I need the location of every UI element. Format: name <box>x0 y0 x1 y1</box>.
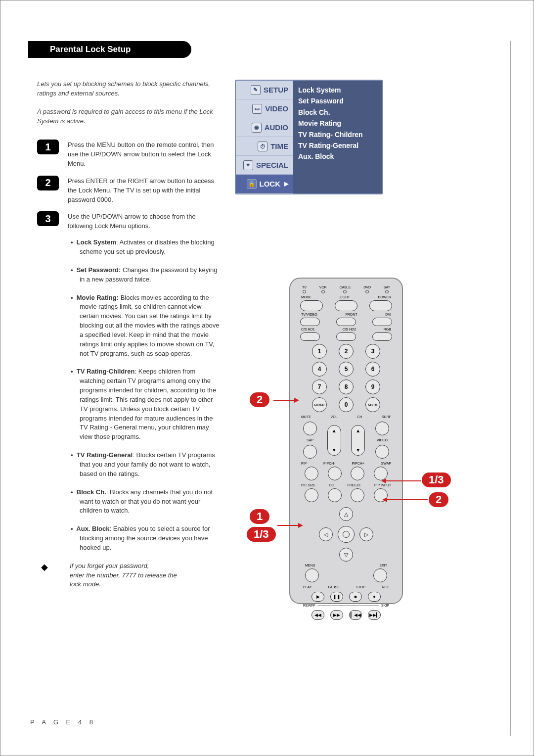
number-pad: 1 2 3 4 5 6 7 8 9 ENTER 0 CH/TM <box>300 344 392 412</box>
step-2: 2 Press ENTER or the RIGHT arrow button … <box>37 176 220 205</box>
step-badge: 3 <box>37 211 59 226</box>
pipch-minus-button[interactable] <box>328 467 342 480</box>
clock-icon: ⏱ <box>258 142 267 151</box>
screen-icon: ▭ <box>252 104 262 114</box>
dpad-down[interactable]: ▽ <box>339 548 353 562</box>
cc-button[interactable] <box>328 488 342 502</box>
arrow-icon <box>382 480 421 481</box>
mode-button[interactable] <box>300 300 323 311</box>
section-header: Parental Lock Setup <box>28 41 191 58</box>
step-3: 3 Use the UP/DOWN arrow to choose from t… <box>37 211 220 231</box>
num-5[interactable]: 5 <box>339 362 354 377</box>
osd-tab-setup[interactable]: ✎SETUP <box>236 81 293 99</box>
step-text: Press the MENU button on the remote cont… <box>68 140 220 169</box>
osd-menu: ✎SETUP ▭VIDEO ◉AUDIO ⏱TIME ✦SPECIAL 🔒LOC… <box>235 80 383 194</box>
osd-opt[interactable]: TV Rating- Children <box>298 129 377 140</box>
menu-button[interactable] <box>305 568 319 582</box>
play-button[interactable]: ▶ <box>312 592 324 602</box>
num-3[interactable]: 3 <box>365 344 380 359</box>
rgb-button[interactable] <box>372 332 392 341</box>
osd-opt[interactable]: TV Rating-General <box>298 140 377 151</box>
led-icon <box>303 290 306 293</box>
num-2[interactable]: 2 <box>339 344 354 359</box>
cshd1-button[interactable] <box>300 332 320 341</box>
pip-button[interactable] <box>305 467 318 480</box>
step-text: Press ENTER or the RIGHT arrow button to… <box>68 176 220 205</box>
osd-options: Lock System Set Password Block Ch. Movie… <box>293 81 382 193</box>
arrow-icon <box>383 499 428 500</box>
callout-1: 1 <box>250 509 269 524</box>
osd-tab-time[interactable]: ⏱TIME <box>236 137 293 156</box>
section-title: Parental Lock Setup <box>50 45 131 54</box>
ff-button[interactable]: ▶▶ <box>330 610 343 620</box>
pipch-plus-button[interactable] <box>351 467 364 480</box>
num-4[interactable]: 4 <box>312 362 327 377</box>
dpad-up[interactable]: △ <box>339 507 353 521</box>
osd-opt[interactable]: Aux. Block <box>298 151 377 162</box>
rew-button[interactable]: ◀◀ <box>312 610 324 620</box>
video-button[interactable] <box>375 445 389 459</box>
note-text: If you forget your password, enter the n… <box>70 562 177 590</box>
intro-p2: A password is required to gain access to… <box>37 107 220 126</box>
page-number: P A G E 4 8 <box>30 718 96 726</box>
front-button[interactable] <box>336 318 356 326</box>
dpad-left[interactable]: ◁ <box>319 527 333 541</box>
num-1[interactable]: 1 <box>312 344 327 359</box>
osd-tab-special[interactable]: ✦SPECIAL <box>236 156 293 175</box>
picsize-button[interactable] <box>305 488 318 502</box>
osd-tabs: ✎SETUP ▭VIDEO ◉AUDIO ⏱TIME ✦SPECIAL 🔒LOC… <box>236 81 293 193</box>
osd-opt[interactable]: Block Ch. <box>298 107 377 118</box>
surf-button[interactable] <box>375 422 389 435</box>
power-button[interactable] <box>369 300 392 311</box>
vol-rocker[interactable]: ▲▼ <box>327 425 341 456</box>
skip-back-button[interactable]: ▎◀◀ <box>349 610 362 620</box>
bullet-aux-block: • Aux. Block: Enables you to select a so… <box>71 524 220 553</box>
light-button[interactable] <box>335 300 357 311</box>
dpad-enter[interactable] <box>338 526 355 543</box>
num-6[interactable]: 6 <box>365 362 380 377</box>
ch-rocker[interactable]: ▲▼ <box>351 425 365 456</box>
step-badge: 2 <box>37 176 59 190</box>
num-7[interactable]: 7 <box>312 379 327 394</box>
stop-button[interactable]: ■ <box>349 592 362 602</box>
num-9[interactable]: 9 <box>365 379 380 394</box>
tvvideo-button[interactable] <box>300 318 320 326</box>
callout-2-b: 2 <box>429 492 448 507</box>
diamond-icon: ◆ <box>37 562 52 572</box>
lock-icon: 🔒 <box>247 179 257 189</box>
dpad-right[interactable]: ▷ <box>359 527 373 541</box>
mute-button[interactable] <box>303 422 317 435</box>
bullet-tv-general: • TV Rating-General: Blocks certain TV p… <box>71 451 220 479</box>
pause-button[interactable]: ❚❚ <box>330 592 343 602</box>
note-row: ◆ If you forget your password, enter the… <box>37 562 220 590</box>
bullet-set-password: • Set Password: Changes the password by … <box>71 266 220 284</box>
callout-1-3-b: 1/3 <box>422 472 451 487</box>
osd-tab-audio[interactable]: ◉AUDIO <box>236 118 293 137</box>
num-8[interactable]: 8 <box>339 379 354 394</box>
freeze-button[interactable] <box>351 488 364 502</box>
indicator-row: TV VCR CABLE DVD SAT <box>302 285 390 293</box>
osd-opt[interactable]: Lock System <box>298 85 377 95</box>
chtm-button[interactable]: CH/TM <box>365 397 380 412</box>
enter-button[interactable]: ENTER <box>312 397 327 412</box>
chevron-right-icon: ▶ <box>284 181 288 187</box>
osd-opt[interactable]: Set Password <box>298 95 377 106</box>
skip-fwd-button[interactable]: ▶▶▎ <box>368 610 381 620</box>
sap-button[interactable] <box>303 445 317 459</box>
exit-button[interactable] <box>373 568 387 582</box>
led-icon <box>365 290 369 293</box>
num-0[interactable]: 0 <box>339 397 354 412</box>
osd-tab-video[interactable]: ▭VIDEO <box>236 99 293 118</box>
cshd2-button[interactable] <box>336 332 356 341</box>
instruction-column: Lets you set up blocking schemes to bloc… <box>37 80 220 589</box>
rec-button[interactable]: ● <box>368 592 381 602</box>
bullet-list: • Lock System: Activates or disables the… <box>37 238 220 553</box>
osd-tab-lock[interactable]: 🔒LOCK▶ <box>236 175 293 193</box>
speaker-icon: ◉ <box>252 123 262 133</box>
callout-1-3: 1/3 <box>247 527 276 542</box>
dvi-button[interactable] <box>372 318 392 326</box>
osd-opt[interactable]: Movie Rating <box>298 118 377 129</box>
led-icon <box>385 290 389 293</box>
led-icon <box>343 290 347 293</box>
step-badge: 1 <box>37 140 59 154</box>
